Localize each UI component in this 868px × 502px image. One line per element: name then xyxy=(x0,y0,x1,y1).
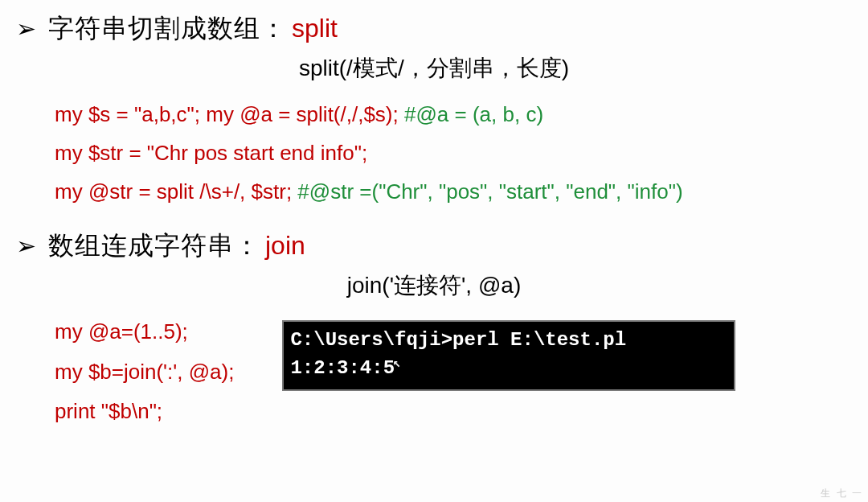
code-comment: #@str =("Chr", "pos", "start", "end", "i… xyxy=(292,179,682,204)
terminal-line-1: C:\Users\fqji>perl E:\test.pl xyxy=(290,327,724,355)
split-code-line-1: my $s = "a,b,c"; my @a = split(/,/,$s); … xyxy=(55,95,852,134)
watermark: 生 七 一 xyxy=(821,487,863,500)
code-comment: #@a = (a, b, c) xyxy=(399,102,543,126)
join-code-line-3: print "$b\n"; xyxy=(55,392,234,431)
code-red: my @str = split /\s+/, $str; xyxy=(55,179,292,204)
terminal-line-2: 1:2:3:4:5↖ xyxy=(290,355,724,383)
terminal-window: C:\Users\fqji>perl E:\test.pl 1:2:3:4:5↖ xyxy=(282,320,735,391)
split-syntax: split(/模式/，分割串，长度) xyxy=(16,53,852,84)
join-syntax: join('连接符', @a) xyxy=(16,270,852,301)
split-keyword: split xyxy=(292,14,338,43)
join-code-block: my @a=(1..5); my $b=join(':', @a); print… xyxy=(55,312,234,431)
join-title: 数组连成字符串： xyxy=(48,228,260,264)
join-code-line-2: my $b=join(':', @a); xyxy=(55,352,234,392)
code-red: my $s = "a,b,c"; my @a = split(/,/,$s); xyxy=(55,102,399,126)
terminal-output: 1:2:3:4:5 xyxy=(290,357,395,379)
bullet-icon: ➢ xyxy=(16,232,48,260)
bullet-join: ➢ 数组连成字符串： join xyxy=(16,228,852,264)
split-title: 字符串切割成数组： xyxy=(48,11,287,47)
split-code-line-3: my @str = split /\s+/, $str; #@str =("Ch… xyxy=(55,172,852,211)
join-code-line-1: my @a=(1..5); xyxy=(55,312,234,352)
split-code-block: my $s = "a,b,c"; my @a = split(/,/,$s); … xyxy=(55,95,852,211)
bullet-split: ➢ 字符串切割成数组： split xyxy=(16,11,852,47)
join-lower-block: my @a=(1..5); my $b=join(':', @a); print… xyxy=(55,312,852,431)
bullet-icon: ➢ xyxy=(16,14,48,43)
join-keyword: join xyxy=(265,231,305,261)
split-code-line-2: my $str = "Chr pos start end info"; xyxy=(55,134,852,172)
cursor-icon: ↖ xyxy=(393,355,401,373)
